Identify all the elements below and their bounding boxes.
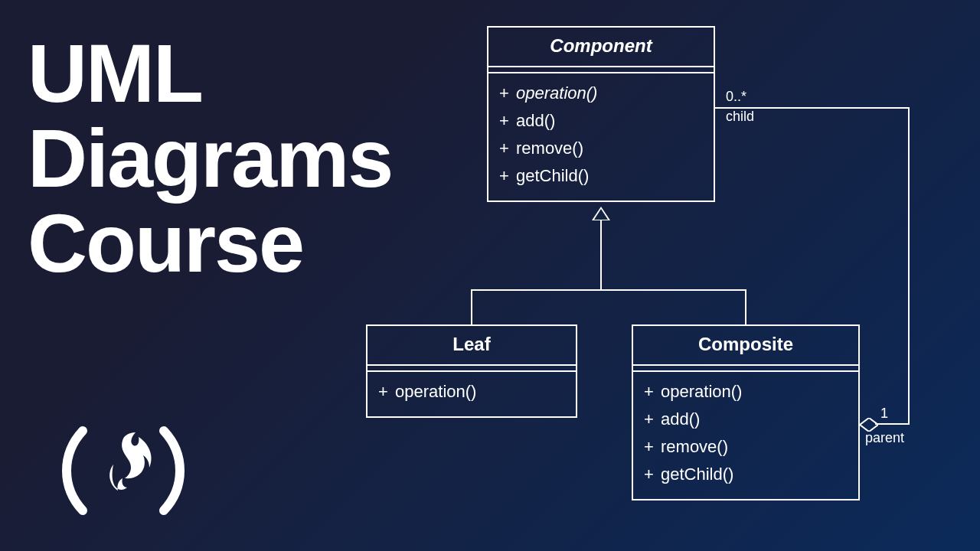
connector-line xyxy=(908,107,910,425)
class-op: +operation() xyxy=(378,378,565,406)
uml-class-diagram: Component +operation() +add() +remove() … xyxy=(0,0,980,551)
class-leaf: Leaf +operation() xyxy=(366,324,577,418)
class-op: +operation() xyxy=(499,80,703,107)
role-parent: parent xyxy=(865,430,904,447)
class-divider xyxy=(368,366,576,372)
multiplicity-child: 0..* xyxy=(726,89,746,106)
generalization-arrowhead-icon xyxy=(592,207,610,220)
class-composite-name: Composite xyxy=(633,326,858,366)
class-component-ops: +operation() +add() +remove() +getChild(… xyxy=(488,73,714,201)
connector-line xyxy=(875,423,910,425)
class-composite: Composite +operation() +add() +remove() … xyxy=(632,324,860,500)
class-component: Component +operation() +add() +remove() … xyxy=(487,26,715,202)
connector-line xyxy=(600,220,602,291)
connector-line xyxy=(471,289,746,291)
class-op: +remove() xyxy=(644,433,848,461)
class-op: +add() xyxy=(499,107,703,135)
class-op: +getChild() xyxy=(644,461,848,488)
connector-line xyxy=(745,289,746,324)
class-op: +operation() xyxy=(644,378,848,406)
connector-line xyxy=(471,289,472,324)
class-composite-ops: +operation() +add() +remove() +getChild(… xyxy=(633,372,858,499)
class-divider xyxy=(633,366,858,372)
class-divider xyxy=(488,67,714,73)
class-leaf-ops: +operation() xyxy=(368,372,576,416)
class-op: +remove() xyxy=(499,135,703,162)
role-child: child xyxy=(726,109,754,126)
multiplicity-parent: 1 xyxy=(880,406,888,422)
class-component-name: Component xyxy=(488,28,714,67)
class-leaf-name: Leaf xyxy=(368,326,576,366)
class-op: +add() xyxy=(644,406,848,433)
class-op: +getChild() xyxy=(499,162,703,190)
